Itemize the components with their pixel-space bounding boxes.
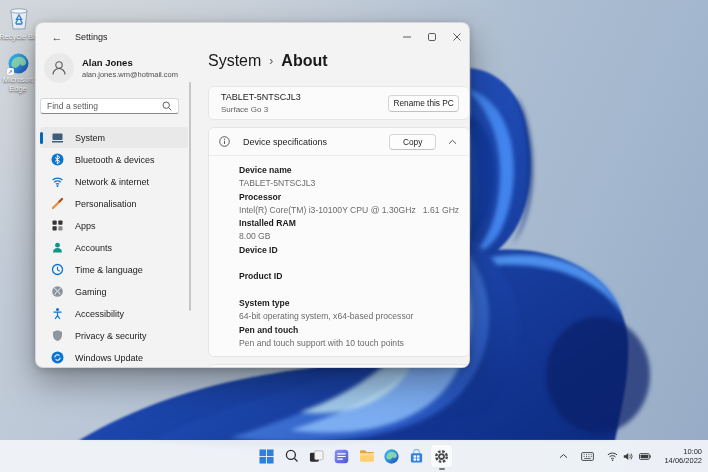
sidebar-item-network-internet[interactable]: Network & internet [40,171,188,192]
spec-value: Intel(R) Core(TM) i3-10100Y CPU @ 1.30GH… [239,204,459,217]
user-email: alan.jones.wm@hotmail.com [82,70,178,79]
desktop-icon-label: Microsoft Edge [0,76,38,93]
tray-chevron-up-icon[interactable] [559,453,568,459]
spec-value: 64-bit operating system, x64-based proce… [239,310,459,323]
minimize-button[interactable] [394,23,419,51]
sidebar: Alan Jones alan.jones.wm@hotmail.com Fin… [36,51,208,367]
edge-button[interactable] [380,444,403,468]
sidebar-item-privacy-security[interactable]: Privacy & security [40,325,188,346]
store-icon [409,449,424,464]
device-name-card: TABLET-5NTSCJL3 Surface Go 3 Rename this… [208,86,470,120]
task-view-icon [309,449,324,464]
sidebar-item-gaming[interactable]: Gaming [40,281,188,302]
start-button[interactable] [255,444,278,468]
sidebar-nav: System Bluetooth & devices Network & int… [40,127,188,368]
search-input[interactable]: Find a setting [40,98,179,114]
taskbar-clock[interactable]: 10:00 14/06/2022 [664,447,702,465]
file-explorer-icon [359,449,375,463]
tray-wifi-icon [607,452,618,461]
breadcrumb-separator: › [269,54,273,68]
spec-value [239,284,459,297]
clock-icon [51,263,64,276]
chevron-up-icon [448,139,457,145]
spec-label: Pen and touch [239,324,459,337]
xbox-icon [51,285,64,298]
spec-label: Product ID [239,270,459,283]
main-content: System › About TABLET-5NTSCJL3 Surface G… [208,51,470,367]
window-title: Settings [75,32,108,42]
apps-icon [51,219,64,232]
tray-volume-icon [623,452,634,461]
info-icon [219,136,230,147]
edge-icon [384,449,399,464]
sidebar-item-accessibility[interactable]: Accessibility [40,303,188,324]
page-title: About [281,52,327,70]
shield-icon [51,329,64,342]
tray-battery-icon [639,453,651,460]
spec-label: Processor [239,191,459,204]
settings-window: ← Settings Alan Jones alan.jones.wm@hotm… [35,22,470,368]
specs-card-title: Device specifications [243,137,327,147]
system-tray[interactable] [607,452,651,461]
accessibility-icon [51,307,64,320]
taskbar-search-button[interactable] [280,444,303,468]
recycle-bin-icon [6,4,32,31]
file-explorer-button[interactable] [355,444,378,468]
touch-keyboard-icon[interactable] [581,452,594,461]
spec-label: Installed RAM [239,217,459,230]
shortcut-arrow-icon: ↗ [7,68,14,75]
gear-icon [434,449,449,464]
person-icon [50,59,68,77]
system-icon [51,131,64,144]
close-button[interactable] [444,23,469,51]
sidebar-item-personalisation[interactable]: Personalisation [40,193,188,214]
windows-logo-icon [259,449,274,464]
update-icon [51,351,64,364]
sidebar-item-system[interactable]: System [40,127,188,148]
next-card-partial [208,364,470,368]
accounts-icon [51,241,64,254]
rename-pc-button[interactable]: Rename this PC [388,95,459,112]
spec-label: System type [239,297,459,310]
sidebar-item-accounts[interactable]: Accounts [40,237,188,258]
chat-button[interactable] [330,444,353,468]
user-name: Alan Jones [82,57,178,68]
device-model: Surface Go 3 [221,105,301,114]
store-button[interactable] [405,444,428,468]
breadcrumb: System › About [208,52,470,70]
back-button[interactable]: ← [49,31,65,43]
spec-value: TABLET-5NTSCJL3 [239,177,459,190]
copy-button[interactable]: Copy [389,134,436,150]
sidebar-item-windows-update[interactable]: Windows Update [40,347,188,368]
sidebar-item-time-language[interactable]: Time & language [40,259,188,280]
device-specifications-card: Device specifications Copy Device name T… [208,127,470,357]
maximize-button[interactable] [419,23,444,51]
avatar [44,53,74,83]
task-view-button[interactable] [305,444,328,468]
bluetooth-icon [51,153,64,166]
spec-value [239,257,459,270]
device-specifications-body: Device name TABLET-5NTSCJL3 Processor In… [209,155,469,356]
taskbar: 10:00 14/06/2022 [0,440,708,472]
search-icon [162,101,172,111]
search-placeholder: Find a setting [47,101,162,111]
search-icon [285,449,299,463]
sidebar-item-bluetooth-devices[interactable]: Bluetooth & devices [40,149,188,170]
device-specifications-header[interactable]: Device specifications Copy [209,128,469,155]
breadcrumb-parent[interactable]: System [208,52,261,70]
wifi-icon [51,175,64,188]
device-name: TABLET-5NTSCJL3 [221,92,301,102]
user-profile[interactable]: Alan Jones alan.jones.wm@hotmail.com [44,53,208,83]
settings-button[interactable] [430,444,453,468]
spec-value: Pen and touch support with 10 touch poin… [239,337,459,350]
clock-time: 10:00 [664,447,702,456]
chat-icon [334,449,349,464]
spec-label: Device name [239,164,459,177]
sidebar-scrollbar[interactable] [189,82,191,311]
desktop-icon-label: Recycle Bin [0,33,39,42]
spec-label: Device ID [239,244,459,257]
sidebar-item-apps[interactable]: Apps [40,215,188,236]
spec-value: 8.00 GB [239,230,459,243]
titlebar: ← Settings [36,23,469,51]
clock-date: 14/06/2022 [664,456,702,465]
